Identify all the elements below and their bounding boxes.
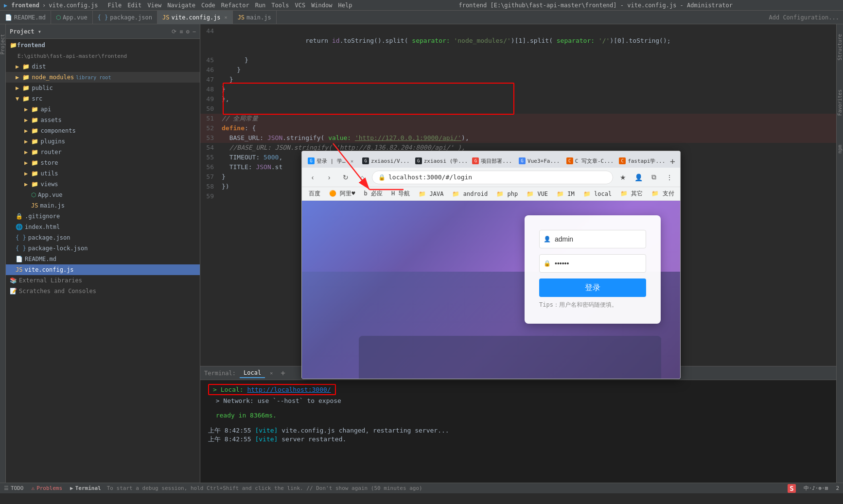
tree-components[interactable]: ▶ 📁components — [6, 125, 200, 136]
bookmark-other[interactable]: 📁 其它 — [617, 189, 646, 199]
project-panel-header: Project ▾ ⟳ ≡ ⚙ − — [6, 24, 200, 39]
password-input[interactable] — [555, 260, 642, 267]
terminal-local-url[interactable]: http://localhost:3000/ — [247, 386, 331, 393]
bookmark-vue[interactable]: 📁 VUE — [524, 190, 551, 198]
problems-btn[interactable]: ⚠ Problems — [32, 485, 63, 491]
tree-packagejson[interactable]: { }package.json — [6, 232, 200, 243]
tab-packagejson[interactable]: { } package.json — [93, 11, 158, 24]
tab-appvue[interactable]: ⬡ App.vue — [51, 11, 93, 24]
home-button[interactable]: ⌂ — [355, 171, 369, 184]
tree-mainjs[interactable]: JSmain.js — [6, 200, 200, 211]
terminal-line-restart2: 上午 8:42:55 [vite] server restarted. — [208, 435, 828, 444]
tab-mainjs[interactable]: JS main.js — [233, 11, 277, 24]
bookmark-android[interactable]: 📁 android — [449, 190, 491, 198]
title-bar: ▶ frontend › vite.config.js File Edit Vi… — [0, 0, 843, 11]
favorites-label[interactable]: Favorites — [837, 89, 843, 116]
menu-file[interactable]: File — [107, 2, 122, 9]
reload-button[interactable]: ↻ — [339, 171, 352, 184]
menu-run[interactable]: Run — [255, 2, 266, 9]
code-line-53: 53 BASE_URL: JSON.stringify( value: 'htt… — [200, 133, 836, 143]
tree-plugins[interactable]: ▶ 📁plugins — [6, 136, 200, 147]
browser-nav-bar: ‹ › ↻ ⌂ 🔒 localhost:3000/#/login ★ 👤 ⧉ ⋮ — [302, 168, 680, 187]
collapse-icon[interactable]: ≡ — [179, 28, 183, 35]
terminal-add[interactable]: + — [281, 368, 285, 378]
tree-root[interactable]: 📁 frontend — [6, 40, 200, 51]
tree-dist[interactable]: ▶ 📁dist — [6, 61, 200, 72]
menu-tools[interactable]: Tools — [271, 2, 289, 9]
menu-vcs[interactable]: VCS — [295, 2, 305, 9]
profile-button[interactable]: 👤 — [632, 171, 645, 184]
browser-tab-vue3[interactable]: G Vue3+Fa... ✕ — [515, 154, 562, 168]
tree-utils[interactable]: ▶ 📁utils — [6, 168, 200, 179]
project-label[interactable]: Project — [0, 34, 5, 54]
file-tree: 📁 frontend E:\github\fast-api-master\fro… — [6, 39, 200, 483]
browser-tab-fastapi[interactable]: C fastapi学... ✕ — [615, 154, 666, 168]
terminal-btn[interactable]: ▶ Terminal — [70, 485, 101, 491]
terminal-close[interactable]: ✕ — [270, 370, 273, 376]
more-button[interactable]: ⋮ — [663, 171, 676, 184]
sync-icon[interactable]: ⟳ — [172, 28, 176, 35]
bookmark-php[interactable]: 📁 php — [493, 190, 521, 198]
tree-viteconfigjs[interactable]: JSvite.config.js — [6, 264, 200, 275]
bookmark-java[interactable]: 📁 JAVA — [416, 190, 446, 198]
password-input-group: 🔒 — [539, 254, 646, 273]
bookmark-tools[interactable]: 📁 工具 — [680, 189, 681, 199]
terminal-tab-local[interactable]: Local — [240, 368, 265, 378]
tree-views[interactable]: ▶ 📁views — [6, 179, 200, 190]
menu-refactor[interactable]: Refactor — [221, 2, 249, 9]
tree-src[interactable]: ▼ 📁src — [6, 93, 200, 104]
tree-public[interactable]: ▶ 📁public — [6, 83, 200, 93]
bookmark-nav[interactable]: H 导航 — [388, 189, 413, 199]
bookmark-bing[interactable]: b 必应 — [361, 189, 385, 199]
tree-gitignore[interactable]: 🔒.gitignore — [6, 211, 200, 222]
back-button[interactable]: ‹ — [306, 171, 319, 184]
address-bar[interactable]: 🔒 localhost:3000/#/login — [372, 171, 613, 184]
tree-appvue[interactable]: ⬡App.vue — [6, 190, 200, 200]
tree-scratches[interactable]: 📝Scratches and Consoles — [6, 286, 200, 296]
menu-view[interactable]: View — [147, 2, 161, 9]
menu-code[interactable]: Code — [201, 2, 215, 9]
code-line-49: 49 }, — [200, 94, 836, 104]
browser-tab-project[interactable]: G 项目部署... ✕ — [468, 154, 514, 168]
tree-path: E:\github\fast-api-master\frontend — [6, 51, 200, 61]
close-tab-login[interactable]: ✕ — [351, 158, 353, 164]
username-input[interactable] — [555, 235, 642, 243]
new-tab-button[interactable]: + — [667, 154, 678, 168]
tree-readmemd[interactable]: 📄README.md — [6, 254, 200, 264]
login-button[interactable]: 登录 — [539, 278, 646, 297]
tree-indexhtml[interactable]: 🌐index.html — [6, 222, 200, 232]
tab-readme[interactable]: 📄 README.md — [0, 11, 51, 24]
tree-external-libraries[interactable]: 📚External Libraries — [6, 275, 200, 286]
bookmark-ali[interactable]: 🟠 阿里♥ — [326, 189, 358, 199]
browser-tab-csdn1[interactable]: C C 写文章-C... ✕ — [562, 154, 614, 168]
hide-icon[interactable]: − — [193, 28, 196, 35]
tab-viteconfigjs[interactable]: JS vite.config.js ✕ — [158, 11, 233, 24]
browser-page-content: 👤 🔒 登录 Tips：用户名和密码随便填。 — [302, 201, 680, 379]
browser-tab-login[interactable]: G 登录 | 学生... ✕ — [304, 154, 357, 168]
menu-window[interactable]: Window — [311, 2, 332, 9]
settings-icon[interactable]: ⚙ — [186, 28, 190, 35]
terminal-panel: Terminal: Local ✕ + > Local: http://loca… — [200, 366, 836, 483]
bookmark-local[interactable]: 📁 local — [580, 190, 615, 198]
bookmark-pay[interactable]: 📁 支付 — [649, 189, 677, 199]
tree-router[interactable]: ▶ 📁router — [6, 147, 200, 157]
tree-store[interactable]: ▶ 📁store — [6, 157, 200, 168]
npm-label[interactable]: npm — [837, 145, 843, 154]
menu-help[interactable]: Help — [338, 2, 352, 9]
menu-navigate[interactable]: Navigate — [167, 2, 195, 9]
tree-api[interactable]: ▶ 📁api — [6, 104, 200, 115]
tree-node-modules[interactable]: ▶ 📁node_moduleslibrary root — [6, 72, 200, 83]
extension-button[interactable]: ⧉ — [647, 171, 661, 184]
bookmark-baidu[interactable]: 百度 — [306, 189, 323, 199]
browser-tab-zxiaosi2[interactable]: G zxiaosi (学... ✕ — [411, 154, 468, 168]
tree-packagelockjson[interactable]: { }package-lock.json — [6, 243, 200, 254]
bookmark-im[interactable]: 📁 IM — [554, 190, 578, 198]
browser-tab-zxiaosi1[interactable]: G zxiaosi/V... ✕ — [358, 154, 410, 168]
todo-btn[interactable]: ☰ TODO — [4, 485, 24, 491]
bookmark-button[interactable]: ★ — [616, 171, 630, 184]
forward-button[interactable]: › — [322, 171, 336, 184]
structure-label[interactable]: Structure — [837, 34, 843, 60]
add-configuration[interactable]: Add Configuration... — [765, 14, 843, 21]
tree-assets[interactable]: ▶ 📁assets — [6, 115, 200, 125]
menu-edit[interactable]: Edit — [127, 2, 141, 9]
